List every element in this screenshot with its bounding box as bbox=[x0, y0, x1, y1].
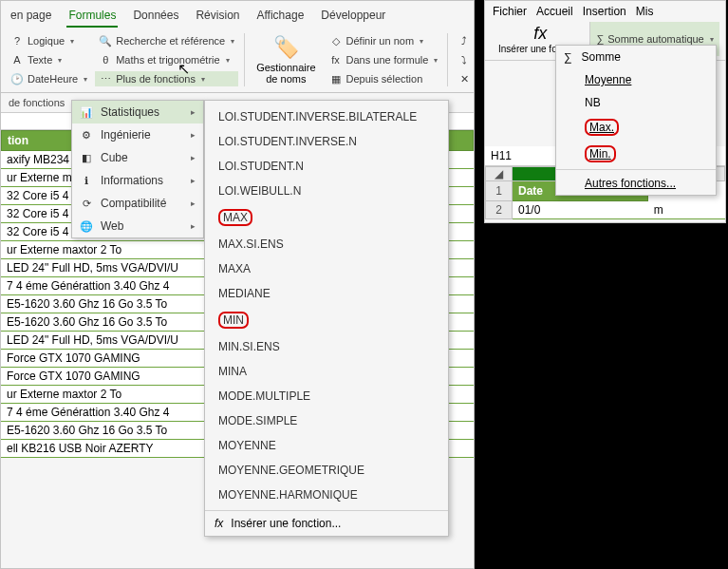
btn-trace-3[interactable]: ✕ bbox=[454, 71, 475, 86]
fn-item[interactable]: MIN bbox=[205, 306, 448, 334]
btn-dans-formule[interactable]: fxDans une formule▾ bbox=[326, 52, 442, 67]
fn-item[interactable]: MOYENNE.HARMONIQUE bbox=[205, 483, 448, 507]
insert-function-footer[interactable]: fx Insérer une fonction... bbox=[205, 510, 448, 536]
btn-trace-2[interactable]: ⤵ bbox=[454, 52, 475, 67]
dd-max[interactable]: Max. bbox=[556, 114, 716, 141]
plus-fonctions-menu: 📊Statistiques▸ ⚙Ingénierie▸ ◧Cube▸ ℹInfo… bbox=[71, 100, 204, 238]
menu-informations[interactable]: ℹInformations▸ bbox=[72, 169, 203, 192]
btn-maths[interactable]: θMaths et trigonométrie▾ bbox=[95, 52, 238, 67]
statistiques-fn-list: LOI.STUDENT.INVERSE.BILATERALELOI.STUDEN… bbox=[204, 100, 449, 537]
menu-cube[interactable]: ◧Cube▸ bbox=[72, 146, 203, 169]
tab-developpeur[interactable]: Développeur bbox=[319, 5, 387, 28]
tab-mise-en-page[interactable]: en page bbox=[9, 5, 53, 28]
fx-icon: fx bbox=[329, 53, 343, 66]
info-icon: ℹ bbox=[80, 174, 93, 187]
tag-icon: ◇ bbox=[329, 34, 343, 47]
fn-item[interactable]: MAX bbox=[205, 203, 448, 232]
theta-icon: θ bbox=[99, 53, 112, 66]
excel-right-window: Fichier Accueil Insertion Mis fx Insérer… bbox=[484, 0, 726, 223]
btn-texte[interactable]: ATexte▾ bbox=[7, 52, 91, 67]
menu-compatibilite[interactable]: ⟳Compatibilité▸ bbox=[72, 192, 203, 215]
row-2[interactable]: 2 bbox=[486, 201, 513, 219]
compat-icon: ⟳ bbox=[80, 197, 93, 210]
fn-item[interactable]: MEDIANE bbox=[205, 281, 448, 306]
name-box[interactable]: H11 bbox=[491, 149, 512, 162]
menu-ingenierie[interactable]: ⚙Ingénierie▸ bbox=[72, 123, 203, 146]
dd-min[interactable]: Min. bbox=[556, 141, 716, 167]
btn-gestionnaire-noms[interactable]: 🏷️ Gestionnaire de noms bbox=[251, 33, 321, 86]
trace-dependents-icon: ⤵ bbox=[457, 53, 471, 66]
menu-web[interactable]: 🌐Web▸ bbox=[72, 215, 203, 237]
tab-accueil[interactable]: Accueil bbox=[536, 5, 573, 18]
sigma-icon: ∑ bbox=[564, 50, 572, 64]
ribbon-body: ?Logique▾ ATexte▾ 🕑DateHeure▾ 🔍Recherche… bbox=[1, 28, 474, 93]
clock-icon: 🕑 bbox=[10, 72, 24, 85]
text-icon: A bbox=[10, 53, 24, 66]
btn-dateheure[interactable]: 🕑DateHeure▾ bbox=[7, 71, 91, 86]
fn-item[interactable]: LOI.STUDENT.INVERSE.N bbox=[205, 129, 448, 154]
tab-affichage[interactable]: Affichage bbox=[254, 5, 306, 28]
tab-revision[interactable]: Révision bbox=[194, 5, 241, 28]
fn-scroll-area[interactable]: LOI.STUDENT.INVERSE.BILATERALELOI.STUDEN… bbox=[205, 101, 448, 510]
stats-icon: 📊 bbox=[80, 105, 93, 119]
fx-icon: fx bbox=[215, 517, 223, 530]
name-manager-icon: 🏷️ bbox=[273, 35, 299, 60]
remove-arrows-icon: ✕ bbox=[457, 72, 471, 85]
btn-trace-1[interactable]: ⤴ bbox=[454, 33, 475, 48]
question-icon: ? bbox=[10, 34, 24, 47]
fn-item[interactable]: MODE.SIMPLE bbox=[205, 408, 448, 433]
grid-icon: ▦ bbox=[329, 72, 343, 85]
lookup-icon: 🔍 bbox=[99, 34, 112, 47]
fn-item[interactable]: LOI.WEIBULL.N bbox=[205, 179, 448, 203]
fn-item[interactable]: MOYENNE bbox=[205, 433, 448, 458]
dd-somme[interactable]: ∑Somme bbox=[556, 46, 716, 68]
dd-nb[interactable]: NB bbox=[556, 91, 716, 114]
somme-auto-dropdown: ∑Somme Moyenne NB Max. Min. Autres fonct… bbox=[555, 45, 717, 196]
cell-tail[interactable]: m bbox=[648, 201, 725, 219]
row-1[interactable]: 1 bbox=[486, 181, 513, 201]
right-ribbon-tabs: Fichier Accueil Insertion Mis bbox=[485, 1, 725, 18]
cell-date[interactable]: 01/0 bbox=[513, 201, 648, 219]
fn-item[interactable]: LOI.STUDENT.INVERSE.BILATERALE bbox=[205, 104, 448, 129]
sigma-icon: ∑ bbox=[596, 33, 604, 45]
engineering-icon: ⚙ bbox=[80, 128, 93, 142]
btn-depuis-selection[interactable]: ▦Depuis sélection bbox=[326, 71, 442, 86]
trace-precedents-icon: ⤴ bbox=[457, 34, 471, 47]
btn-plus-fonctions[interactable]: ⋯Plus de fonctions▾ bbox=[95, 71, 238, 86]
menu-statistiques[interactable]: 📊Statistiques▸ bbox=[72, 101, 203, 123]
select-all-corner[interactable]: ◢ bbox=[486, 167, 513, 181]
fn-item[interactable]: MAX.SI.ENS bbox=[205, 232, 448, 256]
btn-definir-nom[interactable]: ◇Définir un nom▾ bbox=[326, 33, 442, 48]
more-icon: ⋯ bbox=[99, 72, 112, 85]
btn-logique[interactable]: ?Logique▾ bbox=[7, 33, 91, 48]
fn-item[interactable]: MIN.SI.ENS bbox=[205, 334, 448, 359]
btn-recherche[interactable]: 🔍Recherche et référence▾ bbox=[95, 33, 238, 48]
dd-moyenne[interactable]: Moyenne bbox=[556, 68, 716, 91]
excel-left-window: en page Formules Données Révision Affich… bbox=[0, 0, 475, 569]
cube-icon: ◧ bbox=[80, 151, 93, 164]
tab-mise[interactable]: Mis bbox=[636, 5, 654, 18]
web-icon: 🌐 bbox=[80, 219, 93, 233]
fn-item[interactable]: MOYENNE.GEOMETRIQUE bbox=[205, 458, 448, 483]
dd-autres[interactable]: Autres fonctions... bbox=[556, 172, 716, 195]
fx-big-icon: fx bbox=[533, 24, 547, 44]
fn-item[interactable]: LOI.STUDENT.N bbox=[205, 154, 448, 179]
fn-item[interactable]: MINA bbox=[205, 359, 448, 384]
tab-fichier[interactable]: Fichier bbox=[493, 5, 527, 18]
fn-item[interactable]: MODE.MULTIPLE bbox=[205, 384, 448, 408]
tab-donnees[interactable]: Données bbox=[131, 5, 180, 28]
tab-insertion[interactable]: Insertion bbox=[583, 5, 626, 18]
ribbon-tabs: en page Formules Données Révision Affich… bbox=[1, 1, 474, 28]
tab-formules[interactable]: Formules bbox=[66, 5, 118, 28]
fn-item[interactable]: MAXA bbox=[205, 256, 448, 281]
